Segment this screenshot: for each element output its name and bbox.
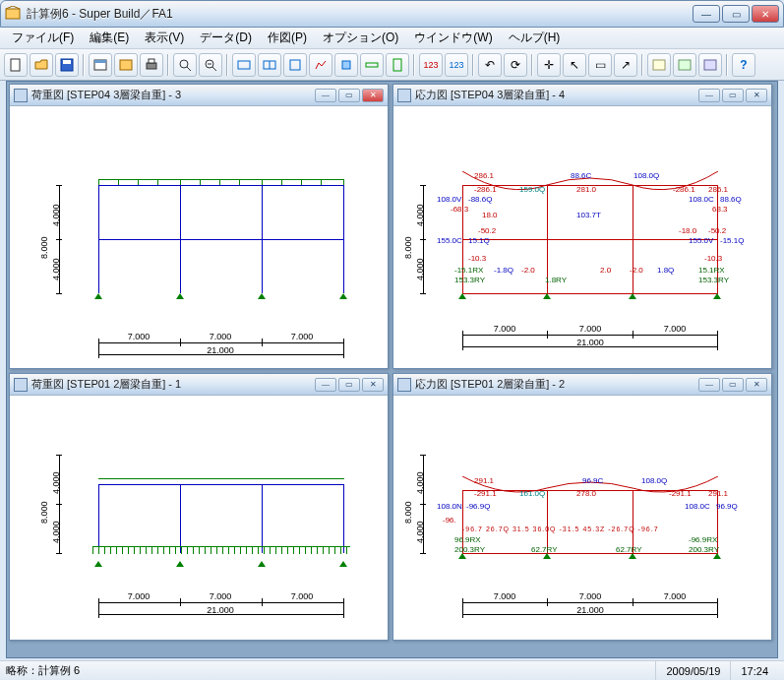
svg-rect-23 [704,60,716,70]
v-brxr: -96.9RX [689,535,717,544]
child-minimize[interactable]: — [698,378,720,392]
tool-open[interactable] [30,53,53,77]
svg-rect-17 [290,60,300,70]
minimize-button[interactable]: — [693,5,720,23]
diagram-load-step04: 4.000 4.000 8.000 [10,106,388,368]
child-maximize[interactable]: ▭ [338,378,360,392]
menu-view[interactable]: 表示(V) [137,28,192,48]
close-button[interactable]: ✕ [752,5,779,23]
span1: 7.000 [494,591,516,601]
tool-view3[interactable] [283,53,307,77]
v-r1-c2: 108.0Q [641,476,667,485]
tool-panel1[interactable] [647,53,671,77]
v-r4-l2: 18.0 [482,211,498,219]
tool-view7[interactable] [386,53,409,77]
menu-option[interactable]: オプション(O) [315,28,406,48]
svg-rect-6 [120,60,132,70]
menu-help[interactable]: ヘルプ(H) [501,28,569,48]
statusbar: 略称：計算例 6 2009/05/19 17:24 [0,660,784,680]
svg-rect-7 [147,63,156,69]
tool-pointer[interactable]: ↖ [563,53,586,77]
v-bl2: 153.3RY [454,276,485,284]
child-close[interactable]: ✕ [362,378,384,392]
tool-window1[interactable] [89,53,112,77]
tool-arrow2[interactable]: ⟳ [504,53,527,77]
v-r3-l1: 108.0N [437,502,462,511]
svg-rect-21 [653,60,665,70]
v-r2-r2: 286.1 [708,185,728,194]
v-top-c1: 88.6C [571,171,591,180]
span2: 7.000 [579,591,602,601]
child-window-stress-step04: 応力図 [STEP04 3層梁自重] - 4 — ▭ ✕ 4.000 4.000… [392,84,772,369]
toolbar-separator [226,54,228,76]
child-close[interactable]: ✕ [362,89,384,102]
child-minimize[interactable]: — [315,89,336,102]
tool-help[interactable]: ? [732,53,755,77]
menu-draw[interactable]: 作図(P) [260,28,315,48]
tool-view5[interactable] [334,53,358,77]
tool-new[interactable] [4,53,28,77]
v-br2: 153.3RY [698,276,729,284]
tool-save[interactable] [55,53,79,77]
child-titlebar[interactable]: 荷重図 [STEP04 3層梁自重] - 3 — ▭ ✕ [10,85,388,106]
v-r2-l: -291.1 [474,489,497,498]
tool-pointer2[interactable]: ↗ [614,53,637,77]
v-r2-c1: 159.0Q [519,185,545,194]
tool-panel2[interactable] [673,53,696,77]
tool-view2[interactable] [258,53,281,77]
menu-data[interactable]: データ(D) [192,28,260,48]
v-r3-r1: 108.0C [689,195,714,204]
tool-cross[interactable]: ✛ [537,53,561,77]
tool-zoom-out[interactable] [199,53,222,77]
v-top-c2: 108.0Q [633,171,659,180]
v-r5-r1: -18.0 [679,226,696,235]
menu-file[interactable]: ファイル(F) [4,28,82,48]
child-titlebar[interactable]: 荷重図 [STEP01 2層梁自重] - 1 — ▭ ✕ [10,374,388,396]
svg-rect-20 [393,59,401,71]
child-minimize[interactable]: — [698,89,720,102]
v-bc1: -1.8Q [494,266,513,275]
menu-window[interactable]: ウインドウ(W) [406,28,500,48]
child-maximize[interactable]: ▭ [722,378,744,392]
tool-view6[interactable] [360,53,384,77]
tool-view1[interactable] [232,53,256,77]
child-minimize[interactable]: — [315,378,336,392]
menu-edit[interactable]: 編集(E) [82,28,137,48]
child-titlebar[interactable]: 応力図 [STEP04 3層梁自重] - 4 — ▭ ✕ [393,85,771,106]
v-r3-r1: 108.0C [685,502,710,511]
v-r2-c2: 281.0 [576,185,596,194]
child-icon [14,89,28,102]
tool-panel3[interactable] [698,53,722,77]
child-title: 応力図 [STEP04 3層梁自重] - 4 [415,88,698,102]
tool-arrow1[interactable]: ↶ [478,53,502,77]
tool-window2[interactable] [114,53,138,77]
span3: 7.000 [664,324,687,334]
child-icon [14,378,28,392]
child-close[interactable]: ✕ [746,89,767,102]
child-maximize[interactable]: ▭ [722,89,744,102]
v-brx1: 96.9RX [454,535,481,544]
tool-num1[interactable]: 123 [419,53,443,77]
svg-point-9 [180,60,188,68]
tool-print[interactable] [140,53,163,77]
v-r6-r2: -15.1Q [720,236,744,245]
child-titlebar[interactable]: 応力図 [STEP01 2層梁自重] - 2 — ▭ ✕ [393,374,771,396]
child-close[interactable]: ✕ [746,378,767,392]
toolbar-separator [531,54,533,76]
status-date: 2009/05/19 [655,661,730,680]
app-icon [5,6,21,22]
v-r3-farl: -96. [443,516,456,525]
tool-zoom-in[interactable] [173,53,197,77]
toolbar: 123 123 ↶ ⟳ ✛ ↖ ▭ ↗ ? [0,49,784,81]
child-maximize[interactable]: ▭ [338,89,360,102]
maximize-button[interactable]: ▭ [722,5,750,23]
span1: 7.000 [128,591,151,601]
child-window-load-step01: 荷重図 [STEP01 2層梁自重] - 1 — ▭ ✕ 4.000 4.000… [9,373,389,641]
v-bry2: 200.3RY [689,545,719,554]
tool-num2[interactable]: 123 [445,53,468,77]
v-r4-c: 103.7T [576,211,601,219]
tool-select[interactable]: ▭ [588,53,612,77]
tool-view4[interactable] [309,53,332,77]
v-r3-l2: -88.6Q [468,195,492,204]
v-r7-l: -10.3 [468,254,486,263]
